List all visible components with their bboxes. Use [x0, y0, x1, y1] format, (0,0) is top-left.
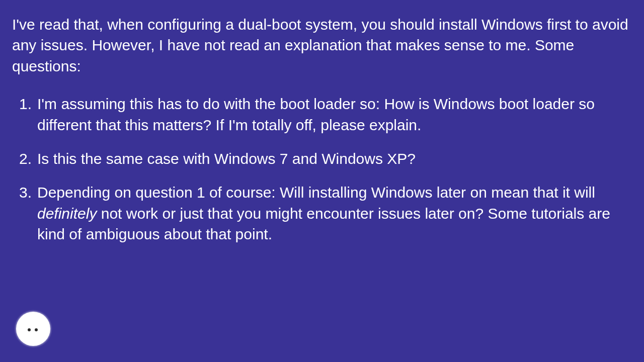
question-list: I'm assuming this has to do with the boo… — [12, 94, 632, 244]
list-item: Is this the same case with Windows 7 and… — [37, 148, 632, 169]
list-item: I'm assuming this has to do with the boo… — [37, 94, 632, 135]
list-item-text-pre: Depending on question 1 of course: Will … — [37, 184, 595, 201]
list-item-text-post: not work or just that you might encounte… — [37, 205, 610, 242]
list-item: Depending on question 1 of course: Will … — [37, 182, 632, 244]
list-item-text-italic: definitely — [37, 205, 97, 222]
avatar-face-icon — [16, 312, 50, 346]
avatar — [16, 312, 50, 346]
intro-paragraph: I've read that, when configuring a dual-… — [12, 14, 632, 76]
